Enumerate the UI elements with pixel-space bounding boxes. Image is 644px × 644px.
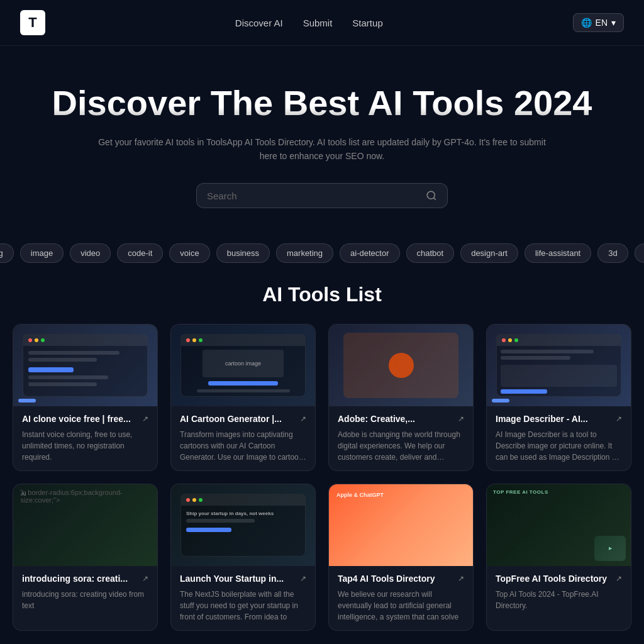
tag-voice[interactable]: voice — [169, 243, 209, 263]
tag-video[interactable]: video — [70, 243, 111, 263]
svg-point-0 — [427, 192, 435, 199]
tool-desc-3: AI Image Describer is a tool to Describe… — [496, 429, 622, 463]
tool-thumbnail-6: Apple & ChatGPT — [329, 484, 473, 566]
search-icon — [426, 190, 437, 201]
tool-card-1[interactable]: cartoon image AI Cartoon Generator |... … — [170, 324, 316, 471]
search-box — [196, 183, 448, 208]
tool-thumbnail-7: TOP FREE AI TOOLS ▶ — [487, 484, 631, 566]
external-link-icon-1: ↗ — [300, 414, 306, 423]
external-link-icon-6: ↗ — [458, 574, 464, 583]
language-selector[interactable]: 🌐 EN ▾ — [573, 13, 624, 32]
tool-card-6[interactable]: Apple & ChatGPT Tap4 AI Tools Directory … — [328, 484, 474, 631]
search-button[interactable] — [426, 190, 437, 201]
external-link-icon-4: ↗ — [142, 574, 148, 583]
tool-card-7[interactable]: TOP FREE AI TOOLS ▶ TopFree AI Tools Dir… — [486, 484, 631, 631]
tag-image[interactable]: image — [20, 243, 64, 263]
hero-section: Discover The Best AI Tools 2024 Get your… — [0, 46, 644, 243]
tool-title-6: Tap4 AI Tools Directory — [338, 574, 454, 584]
tool-thumbnail-5: Ship your startup in days, not weeks — [171, 484, 315, 566]
tool-card-5[interactable]: Ship your startup in days, not weeks Lau… — [170, 484, 316, 631]
hero-title: Discover The Best AI Tools 2024 — [20, 84, 624, 123]
svg-line-1 — [433, 198, 435, 200]
tag-chatbot[interactable]: chatbot — [406, 243, 455, 263]
tags-container: text-writing image video code-it voice b… — [0, 243, 644, 283]
tool-title-2: Adobe: Creative,... — [338, 414, 454, 424]
tool-title-5: Launch Your Startup in... — [180, 574, 296, 584]
tool-thumbnail-0 — [13, 325, 157, 406]
tool-desc-6: We believe our research will eventually … — [338, 589, 464, 623]
nav-links: Discover AI Submit Startup — [235, 18, 383, 28]
tool-card-4[interactable]: '); border-radius:6px;background-size:co… — [13, 484, 158, 631]
section-title: AI Tools List — [0, 283, 644, 306]
tool-desc-0: Instant voice cloning, free to use, unli… — [22, 429, 148, 463]
tag-code-it[interactable]: code-it — [117, 243, 163, 263]
nav-submit[interactable]: Submit — [303, 18, 333, 28]
tool-desc-1: Transform images into captivating cartoo… — [180, 429, 306, 463]
tool-title-7: TopFree AI Tools Directory — [496, 574, 612, 584]
tag-life-assistant[interactable]: life-assistant — [525, 243, 591, 263]
tool-thumbnail-3 — [487, 325, 631, 406]
external-link-icon-5: ↗ — [300, 574, 306, 583]
navbar: T Discover AI Submit Startup 🌐 EN ▾ — [0, 0, 644, 46]
chevron-down-icon: ▾ — [611, 18, 616, 28]
tool-title-3: Image Describer - AI... — [496, 414, 612, 424]
external-link-icon-2: ↗ — [458, 414, 464, 423]
tool-thumbnail-1: cartoon image — [171, 325, 315, 406]
tag-education[interactable]: education — [635, 243, 644, 263]
tag-marketing[interactable]: marketing — [276, 243, 333, 263]
tool-thumbnail-4: '); border-radius:6px;background-size:co… — [13, 484, 157, 566]
tag-ai-detector[interactable]: ai-detector — [340, 243, 399, 263]
tool-desc-4: introducing sora: creating video from te… — [22, 589, 148, 611]
tool-desc-5: The NextJS boilerplate with all the stuf… — [180, 589, 306, 623]
logo[interactable]: T — [20, 10, 45, 35]
nav-startup[interactable]: Startup — [352, 18, 382, 28]
tool-card-2[interactable]: Adobe: Creative,... ↗ Adobe is changing … — [328, 324, 474, 471]
external-link-icon-0: ↗ — [142, 414, 148, 423]
search-input[interactable] — [207, 191, 419, 201]
tools-grid: AI clone voice free | free... ↗ Instant … — [0, 324, 644, 644]
tool-thumbnail-2 — [329, 325, 473, 406]
external-link-icon-3: ↗ — [616, 414, 622, 423]
tool-title-0: AI clone voice free | free... — [22, 414, 138, 424]
tag-text-writing[interactable]: text-writing — [0, 243, 14, 263]
tag-business[interactable]: business — [216, 243, 270, 263]
tool-title-4: introducing sora: creati... — [22, 574, 138, 584]
lang-label: EN — [596, 18, 608, 28]
tool-card-3[interactable]: Image Describer - AI... ↗ AI Image Descr… — [486, 324, 631, 471]
tag-design-art[interactable]: design-art — [460, 243, 518, 263]
external-link-icon-7: ↗ — [616, 574, 622, 583]
tag-3d[interactable]: 3d — [597, 243, 628, 263]
search-container — [20, 183, 624, 208]
nav-discover[interactable]: Discover AI — [235, 18, 283, 28]
tool-desc-2: Adobe is changing the world through digi… — [338, 429, 464, 463]
hero-subtitle: Get your favorite AI tools in ToolsApp A… — [96, 135, 548, 164]
tool-desc-7: Top AI Tools 2024 - TopFree.AI Directory… — [496, 589, 622, 611]
tool-card-0[interactable]: AI clone voice free | free... ↗ Instant … — [13, 324, 158, 471]
tool-title-1: AI Cartoon Generator |... — [180, 414, 296, 424]
globe-icon: 🌐 — [581, 18, 592, 28]
